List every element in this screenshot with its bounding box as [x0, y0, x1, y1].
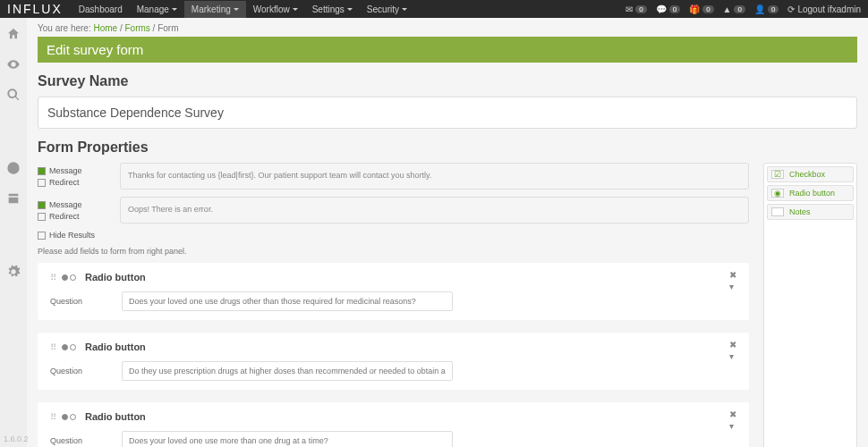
question-input[interactable]: [122, 361, 453, 381]
calendar-icon[interactable]: [6, 191, 21, 206]
mail-icon[interactable]: ✉0: [625, 4, 646, 14]
field-card: ⠿Radio button✖▾Question: [38, 402, 749, 447]
page-title: Edit survey form: [38, 37, 857, 63]
nav-security[interactable]: Security: [360, 1, 414, 18]
palette-checkbox[interactable]: ☑Checkbox: [767, 166, 854, 182]
form-props-heading: Form Properties: [38, 139, 857, 156]
radio-icon: [62, 274, 76, 281]
radio-icon: ◉: [771, 189, 784, 198]
notes-icon: [771, 207, 784, 216]
caret-icon: [402, 8, 407, 11]
siderail: 1.6.0.2: [0, 18, 27, 447]
caret-icon: [234, 8, 239, 11]
chevron-down-icon[interactable]: ▾: [729, 421, 736, 431]
caret-icon: [347, 8, 353, 11]
brand-logo: INFLUX: [7, 2, 63, 16]
field-type-label: Radio button: [85, 342, 146, 352]
caret-icon: [293, 8, 298, 11]
radio-icon: [62, 414, 76, 420]
hide-results-check[interactable]: Hide Results: [38, 231, 749, 240]
nav-marketing[interactable]: Marketing: [184, 1, 246, 18]
field-palette: ☑Checkbox ◉Radio button Notes: [763, 163, 857, 447]
caret-icon: [172, 8, 177, 11]
delete-icon[interactable]: ✖: [729, 340, 736, 350]
bc-home[interactable]: Home: [93, 23, 117, 33]
palette-radio[interactable]: ◉Radio button: [767, 185, 854, 201]
msg1-redirect-check[interactable]: Redirect: [38, 178, 109, 187]
alert-icon[interactable]: ▲0: [723, 4, 745, 14]
msg2-message-check[interactable]: Message: [38, 200, 109, 209]
nav-settings[interactable]: Settings: [305, 1, 360, 18]
bc-forms[interactable]: Forms: [125, 23, 150, 33]
msg1-message-check[interactable]: Message: [38, 166, 109, 175]
breadcrumb: You are here: Home / Forms / Form: [38, 23, 857, 33]
nav-workflow[interactable]: Workflow: [246, 1, 305, 18]
chevron-down-icon[interactable]: ▾: [729, 351, 736, 361]
nav-dashboard[interactable]: Dashboard: [72, 1, 130, 18]
success-msg-input[interactable]: Thanks for contacting us {lead|first}. O…: [120, 163, 749, 190]
checkbox-icon: ☑: [771, 170, 784, 179]
radio-icon: [62, 344, 76, 350]
topbar: INFLUX Dashboard Manage Marketing Workfl…: [0, 0, 868, 18]
question-input[interactable]: [122, 291, 453, 311]
field-type-label: Radio button: [85, 411, 146, 422]
chevron-down-icon[interactable]: ▾: [729, 282, 736, 291]
gear-icon[interactable]: [6, 265, 21, 279]
drag-icon[interactable]: ⠿: [50, 412, 56, 422]
drag-icon[interactable]: ⠿: [50, 273, 56, 283]
delete-icon[interactable]: ✖: [729, 270, 736, 280]
gift-icon[interactable]: 🎁0: [689, 4, 713, 14]
question-input[interactable]: [122, 431, 453, 447]
nav-manage[interactable]: Manage: [130, 1, 184, 18]
drag-icon[interactable]: ⠿: [50, 342, 56, 352]
question-label: Question: [50, 436, 104, 445]
version-label: 1.6.0.2: [4, 434, 29, 443]
user-count-icon[interactable]: 👤0: [754, 4, 779, 14]
survey-name-heading: Survey Name: [38, 73, 857, 89]
survey-name-input[interactable]: [38, 97, 857, 129]
question-label: Question: [50, 367, 104, 375]
field-type-label: Radio button: [85, 272, 146, 283]
field-card: ⠿Radio button✖▾Question: [38, 333, 749, 390]
msg2-redirect-check[interactable]: Redirect: [38, 212, 109, 221]
home-icon[interactable]: [6, 27, 21, 41]
palette-notes[interactable]: Notes: [767, 204, 854, 220]
main-content: You are here: Home / Forms / Form Edit s…: [27, 18, 868, 447]
question-label: Question: [50, 297, 104, 306]
error-msg-input[interactable]: Oops! There is an error.: [120, 197, 749, 224]
field-card: ⠿Radio button✖▾Question: [38, 263, 749, 320]
search-icon[interactable]: [6, 88, 21, 102]
chat-icon[interactable]: 💬0: [656, 4, 680, 14]
logout-button[interactable]: ⟳ Logout ifxadmin: [787, 4, 861, 14]
delete-icon[interactable]: ✖: [729, 409, 736, 419]
bc-current: Form: [157, 23, 178, 33]
eye-icon[interactable]: [6, 57, 21, 72]
chart-icon[interactable]: [6, 161, 21, 175]
hint-text: Please add fields to form from right pan…: [38, 247, 749, 256]
